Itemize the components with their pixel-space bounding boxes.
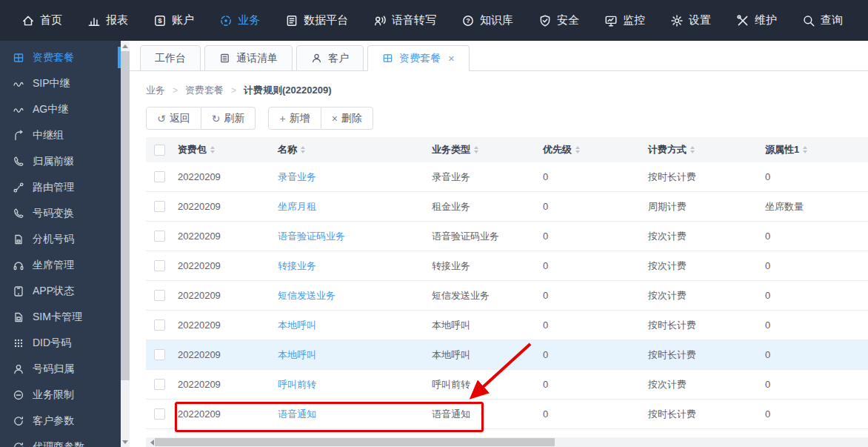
row-checkbox[interactable]: [154, 319, 165, 331]
sidebar-label: APP状态: [33, 285, 74, 298]
table-row[interactable]: 20220209 语音验证码业务 语音验证码业务 0 按次计费 0: [146, 222, 868, 251]
table-row-highlighted[interactable]: 20220209 本地呼叫 本地呼叫 0 按时长计费 0: [146, 340, 868, 370]
table-row[interactable]: 20220209 呼叫前转 呼叫前转 0 按次计费 0: [146, 370, 868, 400]
sort-icon[interactable]: [474, 146, 478, 153]
cell-package: 20220209: [178, 319, 278, 331]
nav-item-business[interactable]: 业务: [207, 0, 273, 41]
row-checkbox[interactable]: [154, 408, 165, 420]
tab-call-list[interactable]: 通话清单: [204, 45, 293, 71]
cell-type: 短信发送业务: [432, 289, 543, 302]
horizontal-scrollbar-thumb[interactable]: [155, 438, 555, 446]
row-checkbox[interactable]: [154, 231, 165, 242]
sidebar-item-did-number[interactable]: DID号码: [0, 330, 121, 356]
sidebar-item-ag-trunk[interactable]: AG中继: [0, 96, 121, 122]
nav-item-query[interactable]: 查询: [789, 0, 855, 41]
row-checkbox[interactable]: [154, 260, 165, 271]
sync-icon: [13, 415, 24, 427]
cell-name-link[interactable]: 本地呼叫: [278, 319, 316, 332]
cell-name-link[interactable]: 本地呼叫: [278, 348, 316, 362]
nav-item-home[interactable]: 首页: [9, 0, 75, 41]
cell-name-link[interactable]: 录音业务: [278, 170, 316, 184]
sidebar-label: 分机号码: [33, 233, 74, 246]
sidebar-item-business-limit[interactable]: 业务限制: [0, 382, 121, 408]
nav-item-voice-transcribe[interactable]: 语音转写: [361, 0, 449, 41]
trunk-group-icon: [13, 130, 24, 142]
refresh-button[interactable]: ↻刷新: [201, 107, 256, 130]
cell-name-link[interactable]: 坐席月租: [278, 200, 316, 213]
row-checkbox[interactable]: [154, 201, 165, 212]
button-label: 返回: [170, 112, 190, 125]
cell-priority: 0: [543, 171, 648, 182]
nav-item-account[interactable]: $账户: [141, 0, 207, 41]
tab-workbench[interactable]: 工作台: [140, 45, 201, 71]
sort-icon[interactable]: [301, 146, 305, 153]
scroll-down-arrow[interactable]: [121, 437, 130, 446]
select-all-checkbox[interactable]: [154, 145, 165, 156]
cell-attr1: 0: [765, 319, 868, 331]
tab-customer[interactable]: 客户: [296, 45, 364, 71]
nav-item-maintenance[interactable]: 维护: [724, 0, 789, 41]
row-checkbox[interactable]: [154, 171, 165, 182]
business-icon: [219, 14, 233, 27]
scroll-up-arrow[interactable]: [121, 42, 130, 50]
x-icon: ×: [332, 113, 338, 125]
sidebar-item-agent-manage[interactable]: 坐席管理: [0, 252, 121, 278]
nav-item-security[interactable]: 安全: [526, 0, 592, 41]
table-row[interactable]: 20220209 录音业务 录音业务 0 按时长计费 0: [146, 162, 868, 192]
nav-item-monitor[interactable]: 监控: [592, 0, 658, 41]
sidebar-scrollbar-thumb[interactable]: [121, 51, 130, 380]
cell-name-link[interactable]: 语音验证码业务: [278, 230, 345, 243]
sidebar-item-agent-param[interactable]: 代理商参数: [0, 434, 121, 447]
row-checkbox[interactable]: [154, 379, 165, 390]
nav-item-settings[interactable]: 设置: [658, 0, 724, 41]
table-row[interactable]: 20220209 坐席月租 租金业务 0 周期计费 坐席数量: [146, 192, 868, 222]
cell-type: 转接业务: [432, 259, 543, 273]
nav-item-knowledge-base[interactable]: ?知识库: [449, 0, 526, 41]
cell-name-link[interactable]: 短信发送业务: [278, 289, 335, 302]
table-row[interactable]: 20220209 本地呼叫 本地呼叫 0 按时长计费 0: [146, 311, 868, 340]
cell-name-link[interactable]: 语音通知: [278, 408, 316, 421]
nav-item-reports[interactable]: 报表: [75, 0, 141, 41]
table-row[interactable]: 20220209 短信发送业务 短信发送业务 0 按次计费 0: [146, 281, 868, 311]
sidebar-item-customer-param[interactable]: 客户参数: [0, 408, 121, 434]
table-row[interactable]: 20220209 转接业务 转接业务 0 按次计费 0: [146, 251, 868, 281]
sidebar-scrollbar[interactable]: [121, 41, 130, 447]
sort-icon[interactable]: [210, 146, 215, 153]
sidebar-item-trunk-group[interactable]: 中继组: [0, 122, 121, 148]
edit-button-group: +新增 ×删除: [268, 107, 373, 130]
sidebar-label: 中继组: [33, 129, 64, 142]
sidebar-item-fee-package[interactable]: 资费套餐: [0, 44, 121, 70]
close-icon[interactable]: ×: [448, 53, 455, 64]
nav-item-data-platform[interactable]: 数据平台: [273, 0, 361, 41]
phone-icon: [13, 156, 24, 168]
sidebar-item-sip-trunk[interactable]: SIP中继: [0, 70, 121, 96]
horizontal-scrollbar[interactable]: [146, 437, 868, 447]
tab-fee-package[interactable]: 资费套餐×: [367, 45, 470, 71]
table-row-boxed[interactable]: 20220209 语音通知 语音通知 0 按时长计费 0: [146, 400, 868, 429]
sort-icon[interactable]: [690, 146, 695, 153]
sort-icon[interactable]: [575, 146, 580, 153]
cell-package: 20220209: [178, 349, 278, 360]
cell-name-link[interactable]: 转接业务: [278, 259, 316, 273]
row-checkbox[interactable]: [154, 290, 165, 301]
row-checkbox[interactable]: [154, 349, 165, 360]
cell-name-link[interactable]: 呼叫前转: [278, 378, 316, 391]
add-button[interactable]: +新增: [268, 107, 321, 130]
tab-label: 工作台: [155, 52, 186, 65]
sort-icon[interactable]: [803, 146, 807, 153]
back-button[interactable]: ↺返回: [146, 107, 201, 130]
sidebar-item-number-transform[interactable]: 号码变换: [0, 200, 121, 226]
cell-attr1: 0: [765, 231, 868, 242]
cell-priority: 0: [543, 260, 648, 271]
sync-icon: [13, 441, 24, 447]
sidebar-item-home-prefix[interactable]: 归属前缀: [0, 148, 121, 174]
sidebar-item-number-owner[interactable]: 号码归属: [0, 356, 121, 382]
delete-button[interactable]: ×删除: [321, 107, 373, 130]
sidebar-item-extension-number[interactable]: 分机号码: [0, 226, 121, 252]
nav-label: 报表: [106, 13, 128, 27]
sidebar-item-app-status[interactable]: APP状态: [0, 278, 121, 304]
breadcrumb-item[interactable]: 资费套餐: [185, 84, 224, 97]
breadcrumb-item[interactable]: 业务: [146, 84, 165, 97]
sidebar-item-route-manage[interactable]: 路由管理: [0, 174, 121, 200]
sidebar-item-sim-manage[interactable]: SIM卡管理: [0, 304, 121, 330]
